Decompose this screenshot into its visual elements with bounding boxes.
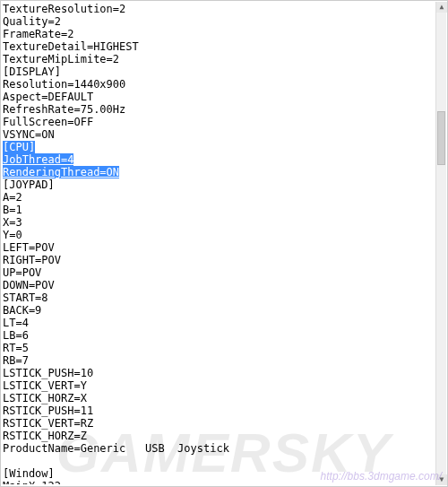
config-line[interactable]	[3, 455, 435, 467]
scroll-thumb[interactable]	[437, 111, 445, 165]
config-line[interactable]: JobThread=4	[3, 153, 435, 166]
config-line[interactable]: LT=4	[3, 317, 435, 329]
config-line[interactable]: RSTICK_VERT=RZ	[3, 417, 435, 430]
vertical-scrollbar[interactable]: ▲ ▼	[435, 2, 446, 485]
config-line[interactable]: Aspect=DEFAULT	[3, 91, 435, 103]
config-line[interactable]: [JOYPAD]	[3, 178, 435, 191]
config-line[interactable]: RSTICK_HORZ=Z	[3, 430, 435, 442]
config-line[interactable]: B=1	[3, 204, 435, 216]
config-line[interactable]: X=3	[3, 216, 435, 229]
selected-text[interactable]: RenderingThread=ON	[3, 166, 119, 178]
selected-text[interactable]: JobThread=4	[3, 153, 73, 166]
scroll-up-button[interactable]: ▲	[436, 2, 447, 13]
config-line[interactable]: FrameRate=2	[3, 28, 435, 40]
config-line[interactable]: LB=6	[3, 329, 435, 342]
config-line[interactable]: RIGHT=POV	[3, 254, 435, 266]
config-line[interactable]: TextureDetail=HIGHEST	[3, 40, 435, 53]
config-line[interactable]: TextureMipLimite=2	[3, 53, 435, 65]
config-line[interactable]: Y=0	[3, 229, 435, 241]
config-line[interactable]: RefreshRate=75.00Hz	[3, 103, 435, 116]
config-line[interactable]: RT=5	[3, 342, 435, 354]
config-line[interactable]: Resolution=1440x900	[3, 78, 435, 91]
config-line[interactable]: [CPU]	[3, 141, 435, 153]
scroll-down-button[interactable]: ▼	[436, 474, 447, 485]
config-line[interactable]: BACK=9	[3, 304, 435, 317]
config-line[interactable]: LEFT=POV	[3, 241, 435, 254]
config-line[interactable]: RB=7	[3, 354, 435, 367]
config-line[interactable]: VSYNC=ON	[3, 128, 435, 141]
selected-text[interactable]: [CPU]	[3, 141, 35, 153]
config-line[interactable]: ProductName=Generic USB Joystick	[3, 442, 435, 455]
config-line[interactable]: RSTICK_PUSH=11	[3, 404, 435, 417]
config-line[interactable]: [DISPLAY]	[3, 65, 435, 78]
config-line[interactable]: MainX=122	[3, 480, 435, 484]
config-line[interactable]: A=2	[3, 191, 435, 204]
config-line[interactable]: LSTICK_PUSH=10	[3, 367, 435, 379]
config-line[interactable]: DOWN=POV	[3, 279, 435, 291]
config-line[interactable]: UP=POV	[3, 266, 435, 279]
config-line[interactable]: [Window]	[3, 467, 435, 480]
config-line[interactable]: Quality=2	[3, 15, 435, 28]
config-line[interactable]: FullScreen=OFF	[3, 116, 435, 128]
config-line[interactable]: TextureResolution=2	[3, 3, 435, 15]
config-line[interactable]: LSTICK_HORZ=X	[3, 392, 435, 404]
config-text-editor[interactable]: TextureResolution=2Quality=2FrameRate=2T…	[3, 3, 435, 484]
scroll-track[interactable]	[436, 13, 446, 474]
config-line[interactable]: LSTICK_VERT=Y	[3, 379, 435, 392]
config-line[interactable]: START=8	[3, 291, 435, 304]
config-line[interactable]: RenderingThread=ON	[3, 166, 435, 178]
